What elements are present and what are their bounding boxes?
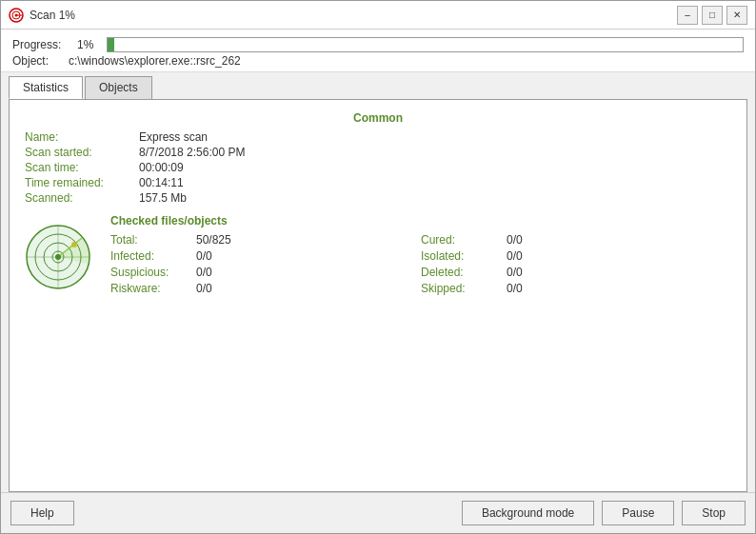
info-key-started: Scan started: bbox=[25, 146, 139, 159]
stat-key-suspicious: Suspicious: bbox=[110, 266, 196, 279]
footer-right: Background mode Pause Stop bbox=[462, 501, 746, 525]
tabs-area: Statistics Objects bbox=[1, 72, 755, 99]
radar-icon bbox=[25, 224, 91, 290]
progress-area: Progress: 1% Object: c:\windows\explorer… bbox=[1, 30, 755, 72]
stat-row-total: Total: 50/825 bbox=[110, 233, 421, 247]
stat-row-riskware: Riskware: 0/0 bbox=[110, 282, 421, 295]
common-info-table: Name: Express scan Scan started: 8/7/201… bbox=[25, 130, 731, 205]
stat-val-cured: 0/0 bbox=[507, 233, 523, 247]
svg-point-12 bbox=[71, 242, 77, 247]
object-value: c:\windows\explorer.exe::rsrc_262 bbox=[69, 54, 241, 68]
info-val-scanned: 157.5 Mb bbox=[139, 191, 187, 205]
close-button[interactable]: ✕ bbox=[726, 6, 747, 25]
stat-key-isolated: Isolated: bbox=[421, 249, 507, 263]
stat-val-suspicious: 0/0 bbox=[196, 266, 212, 279]
content-area: Common Name: Express scan Scan started: … bbox=[9, 99, 747, 492]
stat-val-riskware: 0/0 bbox=[196, 282, 212, 295]
stat-val-infected: 0/0 bbox=[196, 249, 212, 263]
tab-statistics[interactable]: Statistics bbox=[9, 76, 83, 99]
progress-bar-fill bbox=[108, 38, 114, 51]
title-bar: Scan 1% – □ ✕ bbox=[1, 1, 755, 30]
stats-right: Checked files/objects Total: 50/825 Infe… bbox=[110, 214, 731, 298]
stat-val-skipped: 0/0 bbox=[507, 282, 523, 295]
info-key-time: Scan time: bbox=[25, 161, 139, 174]
info-row-remained: Time remained: 00:14:11 bbox=[25, 176, 731, 189]
stat-val-isolated: 0/0 bbox=[507, 249, 523, 263]
stat-key-deleted: Deleted: bbox=[421, 266, 507, 279]
info-val-started: 8/7/2018 2:56:00 PM bbox=[139, 146, 245, 159]
common-section-title: Common bbox=[25, 111, 731, 125]
stat-col-right: Cured: 0/0 Isolated: 0/0 Deleted: 0/0 bbox=[421, 233, 731, 298]
stats-section: Checked files/objects Total: 50/825 Infe… bbox=[25, 214, 731, 298]
info-key-scanned: Scanned: bbox=[25, 191, 139, 205]
stat-row-isolated: Isolated: 0/0 bbox=[421, 249, 731, 263]
maximize-button[interactable]: □ bbox=[702, 6, 723, 25]
checked-files-title: Checked files/objects bbox=[110, 214, 731, 227]
stat-key-total: Total: bbox=[110, 233, 196, 247]
info-row-name: Name: Express scan bbox=[25, 130, 731, 144]
stat-row-deleted: Deleted: 0/0 bbox=[421, 266, 731, 279]
window-title: Scan 1% bbox=[30, 9, 75, 22]
progress-label: Progress: bbox=[12, 38, 70, 51]
info-val-remained: 00:14:11 bbox=[139, 176, 184, 189]
progress-percent: 1% bbox=[77, 38, 93, 51]
stat-key-skipped: Skipped: bbox=[421, 282, 507, 295]
info-val-name: Express scan bbox=[139, 130, 208, 144]
stat-row-cured: Cured: 0/0 bbox=[421, 233, 731, 247]
stat-row-infected: Infected: 0/0 bbox=[110, 249, 421, 263]
main-window: Scan 1% – □ ✕ Progress: 1% Object: c:\wi… bbox=[0, 0, 756, 534]
help-button[interactable]: Help bbox=[10, 501, 74, 525]
common-section: Common Name: Express scan Scan started: … bbox=[25, 111, 731, 205]
title-bar-controls: – □ ✕ bbox=[677, 6, 747, 25]
pause-button[interactable]: Pause bbox=[602, 501, 674, 525]
info-key-name: Name: bbox=[25, 130, 139, 144]
progress-bar-container bbox=[107, 37, 744, 52]
app-icon bbox=[9, 8, 24, 23]
stat-key-riskware: Riskware: bbox=[110, 282, 196, 295]
footer: Help Background mode Pause Stop bbox=[1, 492, 755, 533]
background-mode-button[interactable]: Background mode bbox=[462, 501, 594, 525]
stat-col-left: Total: 50/825 Infected: 0/0 Suspicious: … bbox=[110, 233, 421, 298]
stat-cols: Total: 50/825 Infected: 0/0 Suspicious: … bbox=[110, 233, 731, 298]
title-bar-left: Scan 1% bbox=[9, 8, 75, 23]
svg-point-11 bbox=[55, 254, 61, 260]
info-row-started: Scan started: 8/7/2018 2:56:00 PM bbox=[25, 146, 731, 159]
object-label: Object: bbox=[12, 54, 65, 68]
stat-val-total: 50/825 bbox=[196, 233, 231, 247]
stat-val-deleted: 0/0 bbox=[507, 266, 523, 279]
stop-button[interactable]: Stop bbox=[682, 501, 746, 525]
info-row-time: Scan time: 00:00:09 bbox=[25, 161, 731, 174]
info-row-scanned: Scanned: 157.5 Mb bbox=[25, 191, 731, 205]
progress-row: Progress: 1% bbox=[12, 37, 744, 52]
stat-key-cured: Cured: bbox=[421, 233, 507, 247]
stat-row-suspicious: Suspicious: 0/0 bbox=[110, 266, 421, 279]
stat-key-infected: Infected: bbox=[110, 249, 196, 263]
info-val-time: 00:00:09 bbox=[139, 161, 184, 174]
minimize-button[interactable]: – bbox=[677, 6, 698, 25]
stat-row-skipped: Skipped: 0/0 bbox=[421, 282, 731, 295]
info-key-remained: Time remained: bbox=[25, 176, 139, 189]
object-row: Object: c:\windows\explorer.exe::rsrc_26… bbox=[12, 54, 744, 68]
tab-objects[interactable]: Objects bbox=[85, 76, 152, 99]
